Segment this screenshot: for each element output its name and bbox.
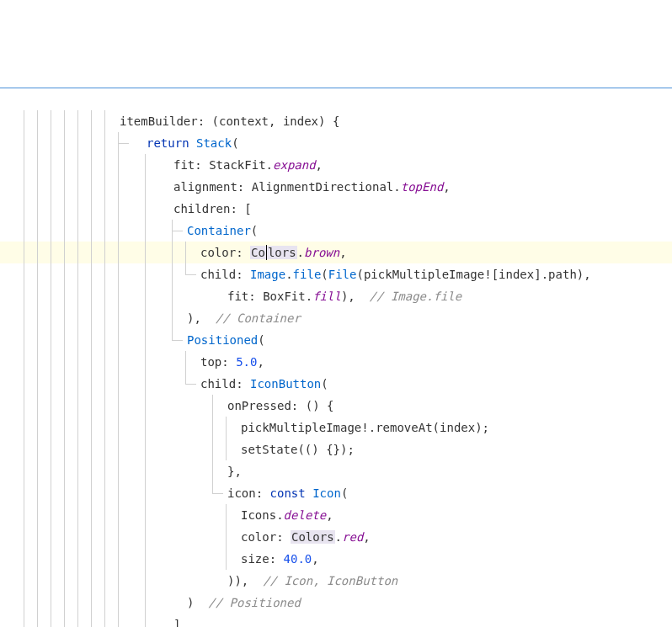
token-punc: : [ (230, 202, 251, 215)
token-punc: ], (173, 618, 188, 627)
indent-guides (24, 570, 226, 592)
token-ident: pickMultipleImage (241, 421, 361, 434)
code-content[interactable]: children: [ (172, 198, 252, 220)
indent-guides (24, 395, 226, 417)
code-content[interactable]: alignment: AlignmentDirectional.topEnd, (172, 176, 451, 198)
code-line[interactable]: ) // Positioned (0, 592, 672, 614)
code-content[interactable]: onPressed: () { (226, 395, 333, 417)
gutter (0, 110, 24, 132)
token-punc: ) { (318, 114, 339, 128)
code-content[interactable]: return Stack( (145, 132, 239, 154)
code-content[interactable]: ) // Positioned (185, 592, 301, 614)
token-boxed: Colors (291, 530, 335, 544)
gutter (0, 373, 24, 395)
code-line[interactable]: icon: const Icon( (0, 482, 672, 504)
token-punc: , (257, 355, 264, 369)
code-content[interactable]: color: Colors.brown, (199, 242, 347, 263)
code-line[interactable]: Container( (0, 220, 672, 242)
code-line[interactable]: Positioned( (0, 329, 672, 351)
code-content[interactable]: child: IconButton( (199, 373, 328, 395)
code-line[interactable]: color: Colors.brown, (0, 242, 672, 263)
gutter (0, 154, 24, 176)
token-punc: ( (433, 421, 440, 434)
token-type: Positioned (187, 333, 258, 347)
token-punc: , (316, 158, 323, 172)
token-member: expand (273, 158, 316, 172)
code-content[interactable]: fit: BoxFit.fill), // Image.file (226, 285, 461, 307)
code-content[interactable]: Positioned( (185, 329, 265, 351)
code-line[interactable]: pickMultipleImage!.removeAt(index); (0, 417, 672, 438)
code-content[interactable]: icon: const Icon( (226, 482, 348, 504)
code-content[interactable]: pickMultipleImage!.removeAt(index); (239, 417, 489, 438)
code-line[interactable]: fit: BoxFit.fill), // Image.file (0, 285, 672, 307)
code-line[interactable]: alignment: AlignmentDirectional.topEnd, (0, 176, 672, 198)
code-content[interactable]: fit: StackFit.expand, (172, 154, 323, 176)
code-content[interactable]: child: Image.file(File(pickMultipleImage… (199, 263, 591, 285)
code-line[interactable]: setState(() {}); (0, 438, 672, 460)
code-line[interactable]: size: 40.0, (0, 548, 672, 570)
code-content[interactable]: Container( (185, 220, 258, 242)
code-line[interactable]: Icons.delete, (0, 504, 672, 526)
token-prop-italic: delete (284, 508, 327, 522)
code-line[interactable]: top: 5.0, (0, 351, 672, 373)
code-line[interactable]: }, (0, 460, 672, 482)
token-punc (306, 486, 312, 500)
token-ident: itemBuilder (120, 114, 198, 128)
token-ident: pickMultipleImage (364, 268, 484, 281)
token-punc: : (195, 158, 209, 172)
token-ident: icon (227, 486, 256, 500)
indent-guides (24, 614, 172, 627)
code-content[interactable]: ], (172, 614, 188, 627)
token-punc: , (326, 508, 333, 522)
token-ident: child (200, 377, 236, 391)
indent-guides (24, 460, 226, 482)
code-line[interactable]: )), // Icon, IconButton (0, 570, 672, 592)
code-line[interactable]: fit: StackFit.expand, (0, 154, 672, 176)
code-content[interactable]: color: Colors.red, (239, 526, 371, 548)
token-kw: const (270, 486, 306, 500)
token-ident: index (440, 421, 475, 434)
token-punc: ]. (534, 268, 548, 281)
token-kw: return (147, 136, 189, 150)
token-punc: ), (187, 311, 216, 325)
code-line[interactable]: child: Image.file(File(pickMultipleImage… (0, 263, 672, 285)
code-line[interactable]: itemBuilder: (context, index) { (0, 110, 672, 132)
code-content[interactable]: size: 40.0, (239, 548, 319, 570)
token-num: 40.0 (284, 552, 312, 566)
code-line[interactable]: children: [ (0, 198, 672, 220)
token-ident: removeAt (376, 421, 432, 434)
code-content[interactable]: Icons.delete, (239, 504, 333, 526)
token-comment: // Image.file (370, 290, 462, 303)
code-content[interactable]: itemBuilder: (context, index) { (118, 110, 339, 132)
token-punc: : (256, 486, 270, 500)
code-line[interactable]: child: IconButton( (0, 373, 672, 395)
code-content[interactable]: ), // Container (185, 307, 301, 329)
indent-guides (24, 110, 118, 132)
indent-guides (24, 154, 172, 176)
code-content[interactable]: )), // Icon, IconButton (226, 570, 397, 592)
indent-guides (24, 242, 199, 263)
code-editor[interactable]: itemBuilder: (context, index) {return St… (0, 110, 672, 627)
token-punc: ( (321, 377, 328, 391)
token-boxed: lors (267, 246, 297, 259)
text-cursor (266, 245, 267, 260)
code-content[interactable]: top: 5.0, (199, 351, 264, 373)
token-punc: : (269, 552, 284, 566)
token-type: Image (250, 268, 285, 281)
code-content[interactable]: }, (226, 460, 242, 482)
code-line[interactable]: ), // Container (0, 307, 672, 329)
token-punc: : (248, 290, 263, 303)
code-line[interactable]: ], (0, 614, 672, 627)
gutter (0, 307, 24, 329)
token-punc: : (236, 377, 250, 391)
indent-guides (24, 526, 239, 548)
token-punc: . (393, 180, 400, 194)
code-line[interactable]: color: Colors.red, (0, 526, 672, 548)
token-ident: fit (173, 158, 195, 172)
code-line[interactable]: onPressed: () { (0, 395, 672, 417)
code-line[interactable]: return Stack( (0, 132, 672, 154)
gutter (0, 395, 24, 417)
token-ident: color (200, 246, 236, 259)
token-punc: ( (251, 224, 258, 237)
code-content[interactable]: setState(() {}); (239, 438, 355, 460)
